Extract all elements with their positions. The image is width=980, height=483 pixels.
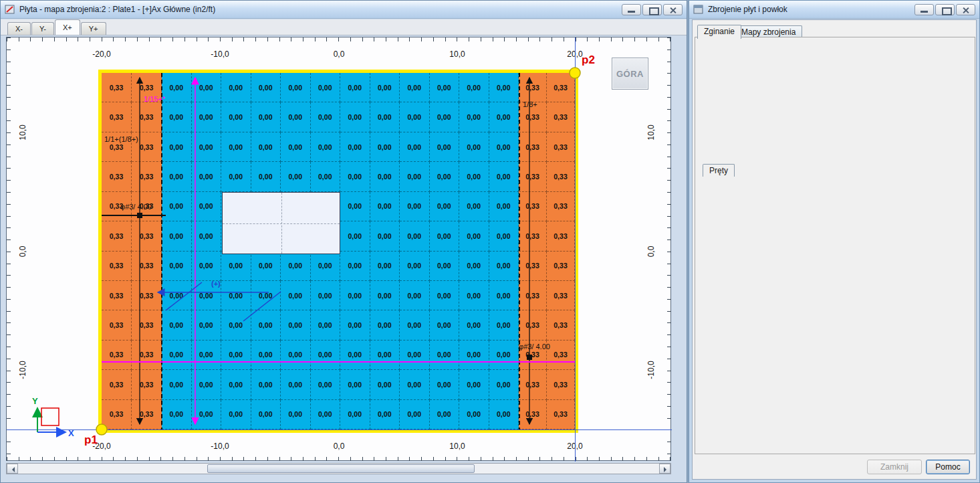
map-value-cell: 0,00 <box>370 341 400 370</box>
maximize-icon[interactable] <box>642 4 662 15</box>
map-value-cell: 0,33 <box>547 281 575 310</box>
bar-spec-label-right: φ#3/ 4.00 <box>519 343 550 351</box>
tab-x-minus[interactable]: X- <box>7 22 31 35</box>
tab-y-plus[interactable]: Y+ <box>81 22 106 35</box>
plate-canvas[interactable]: -20,0 -10,0 0,0 10,0 20,0 -20,0 -10,0 0,… <box>6 37 671 461</box>
map-value-cell: 0,00 <box>489 281 519 310</box>
plate-map-titlebar[interactable]: Płyta - mapa zbrojenia:2 : Plate1 - [+]A… <box>1 1 687 19</box>
map-value-cell: 0,00 <box>192 132 222 162</box>
map-value-cell: 0,00 <box>221 73 251 102</box>
map-value-cell: 0,00 <box>430 73 460 102</box>
map-value-cell: 0,00 <box>251 281 281 310</box>
ruler-label: -10,0 <box>18 355 27 385</box>
map-value-cell: 0,00 <box>162 102 192 132</box>
dialog-icon <box>693 4 704 15</box>
map-value-cell: 0,00 <box>459 310 489 340</box>
map-value-cell: 0,33 <box>519 400 547 429</box>
map-value-cell: 0,00 <box>459 341 489 370</box>
map-value-cell: 0,00 <box>192 162 222 191</box>
map-value-cell: 0,00 <box>311 400 341 429</box>
desktop: Płyta - mapa zbrojenia:2 : Plate1 - [+]A… <box>0 0 980 483</box>
zone-label-magenta: 1/15+* <box>144 95 165 103</box>
map-value-cell: 0,33 <box>547 341 575 370</box>
map-value-cell: 0,00 <box>221 310 251 340</box>
scroll-left-icon[interactable] <box>7 464 18 474</box>
minimize-icon[interactable] <box>622 4 641 15</box>
map-value-cell: 0,00 <box>370 221 400 251</box>
dialog-titlebar[interactable]: Zbrojenie płyt i powłok <box>689 1 979 19</box>
map-value-cell: 0,00 <box>430 162 460 191</box>
map-value-cell: 0,00 <box>459 102 489 132</box>
map-value-cell: 0,00 <box>162 370 192 399</box>
zone-label-right: 1/8+ <box>523 100 537 108</box>
maximize-icon[interactable] <box>935 4 955 15</box>
map-value-cell: 0,00 <box>311 102 341 132</box>
map-value-cell: 0,00 <box>489 73 519 102</box>
map-value-cell: 0,33 <box>102 221 132 251</box>
map-value-cell: 0,00 <box>400 252 430 281</box>
help-button[interactable]: Pomoc <box>926 460 970 474</box>
scroll-right-icon[interactable] <box>659 464 670 474</box>
map-value-cell: 0,33 <box>132 221 162 251</box>
map-value-cell: 0,33 <box>547 162 575 191</box>
reinforcement-dialog: Zbrojenie płyt i powłok Zginanie Mapy zb… <box>689 0 980 483</box>
tab-y-minus[interactable]: Y- <box>31 22 54 35</box>
map-value-cell: 0,33 <box>547 221 575 251</box>
map-value-cell: 0,00 <box>162 192 192 221</box>
map-value-cell: 0,00 <box>162 162 192 191</box>
map-value-cell: 0,00 <box>370 370 400 399</box>
map-value-cell: 0,00 <box>281 310 311 340</box>
tab-zginanie[interactable]: Zginanie <box>697 25 741 39</box>
map-value-cell: 0,00 <box>311 341 341 370</box>
plate-opening <box>222 192 340 254</box>
map-value-cell: 0,00 <box>430 341 460 370</box>
minimize-icon[interactable] <box>914 4 934 15</box>
map-value-cell: 0,00 <box>489 102 519 132</box>
map-value-cell: 0,33 <box>519 370 547 399</box>
map-value-cell: 0,33 <box>102 370 132 399</box>
map-value-cell: 0,00 <box>400 221 430 251</box>
map-value-cell: 0,00 <box>430 132 460 162</box>
map-value-cell: 0,33 <box>519 310 547 340</box>
map-value-cell: 0,00 <box>340 221 370 251</box>
map-value-cell: 0,33 <box>102 73 132 102</box>
map-value-cell: 0,00 <box>340 102 370 132</box>
map-value-cell: 0,33 <box>102 102 132 132</box>
map-value-cell: 0,00 <box>489 341 519 370</box>
map-value-cell: 0,00 <box>430 102 460 132</box>
map-value-cell: 0,33 <box>547 73 575 102</box>
map-value-cell: 0,00 <box>251 73 281 102</box>
map-value-cell: 0,00 <box>430 192 460 221</box>
map-value-cell: 0,00 <box>370 162 400 191</box>
map-value-cell: 0,00 <box>340 400 370 429</box>
map-value-cell: 0,00 <box>281 252 311 281</box>
map-value-cell: 0,00 <box>251 400 281 429</box>
map-value-cell: 0,00 <box>162 281 192 310</box>
map-value-cell: 0,00 <box>221 102 251 132</box>
plate-map-window: Płyta - mapa zbrojenia:2 : Plate1 - [+]A… <box>0 0 687 483</box>
map-value-cell: 0,00 <box>340 252 370 281</box>
gora-view-button[interactable]: GÓRA <box>612 58 648 90</box>
plate-map-title: Płyta - mapa zbrojenia:2 : Plate1 - [+]A… <box>19 5 620 14</box>
map-value-cell: 0,00 <box>221 132 251 162</box>
map-value-cell: 0,00 <box>489 192 519 221</box>
map-value-cell: 0,00 <box>221 252 251 281</box>
scrollbar-thumb[interactable] <box>207 464 475 473</box>
map-value-cell: 0,33 <box>519 281 547 310</box>
map-value-cell: 0,00 <box>221 281 251 310</box>
map-value-cell: 0,33 <box>132 370 162 399</box>
map-value-cell: 0,33 <box>519 221 547 251</box>
close-icon[interactable] <box>956 4 975 15</box>
map-value-cell: 0,00 <box>459 370 489 399</box>
map-value-cell: 0,00 <box>370 132 400 162</box>
close-dialog-button[interactable]: Zamknij <box>867 460 922 474</box>
map-value-cell: 0,00 <box>340 192 370 221</box>
map-value-cell: 0,33 <box>519 192 547 221</box>
map-value-cell: 0,00 <box>221 162 251 191</box>
close-icon[interactable] <box>663 4 683 15</box>
tab-x-plus[interactable]: X+ <box>55 19 80 35</box>
map-value-cell: 0,00 <box>221 400 251 429</box>
map-value-cell: 0,00 <box>192 192 222 221</box>
tab-prety[interactable]: Pręty <box>703 164 735 177</box>
map-horizontal-scrollbar[interactable] <box>6 463 671 474</box>
